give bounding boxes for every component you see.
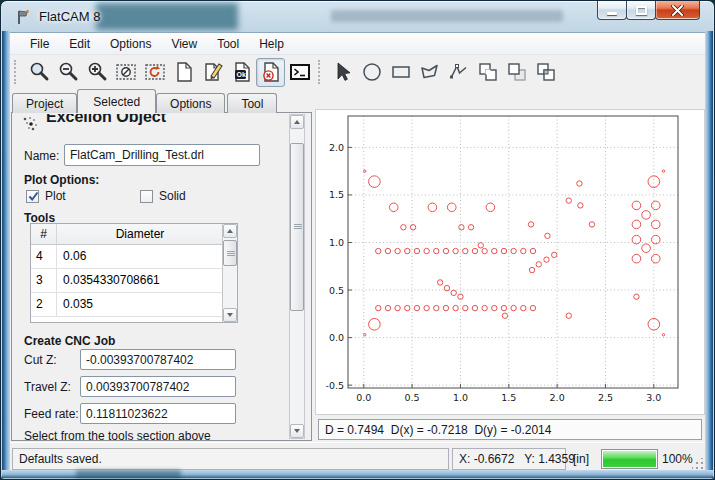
- toolbar-group: Ok: [10, 55, 314, 89]
- status-bar: Defaults saved. X: -0.6672 Y: 1.4359 [in…: [10, 442, 707, 473]
- title-bar[interactable]: FlatCAM 8: [1, 1, 714, 32]
- scroll-down-button[interactable]: [290, 424, 304, 438]
- geo-intersect-button[interactable]: [531, 58, 560, 87]
- thumb-grip: [294, 224, 302, 225]
- panel-title: Excellon Object: [46, 114, 166, 126]
- geo-subtract-button[interactable]: [502, 58, 531, 87]
- draw-polygon-button[interactable]: [415, 58, 444, 87]
- tab-bar: ProjectSelectedOptionsTool: [12, 89, 279, 113]
- geo-subtract-icon: [506, 61, 528, 83]
- draw-rectangle-icon: [390, 61, 412, 83]
- svg-text:1.0: 1.0: [453, 392, 468, 403]
- scroll-up-button[interactable]: [290, 115, 304, 129]
- tool-diameter-cell: 0.035: [57, 293, 223, 316]
- col-number-header: #: [31, 224, 57, 244]
- resize-grip[interactable]: [692, 458, 704, 470]
- progress-fill: [603, 451, 656, 467]
- toolbar-grip[interactable]: [318, 60, 322, 84]
- geo-union-button[interactable]: [473, 58, 502, 87]
- triangle-down-icon: [227, 313, 233, 317]
- solid-checkbox[interactable]: Solid: [140, 189, 254, 203]
- replot-button[interactable]: [140, 58, 169, 87]
- ok-button[interactable]: Ok: [227, 58, 256, 87]
- geo-intersect-icon: [535, 61, 557, 83]
- scroll-down-button[interactable]: [223, 308, 237, 322]
- measurement-readout: D = 0.7494 D(x) = -0.7218 D(y) = -0.2014: [318, 419, 702, 440]
- tab-project[interactable]: Project: [12, 93, 77, 113]
- draw-polyline-button[interactable]: [444, 58, 473, 87]
- zoom-in-button[interactable]: [82, 58, 111, 87]
- clear-plot-icon: [115, 61, 137, 83]
- zoom-out-icon: [57, 61, 79, 83]
- maximize-button[interactable]: [626, 1, 656, 20]
- tab-selected[interactable]: Selected: [77, 89, 156, 113]
- scrollbar-thumb[interactable]: [290, 143, 304, 311]
- zoom-in-icon: [86, 61, 108, 83]
- flatcam-logo-icon: [14, 8, 32, 26]
- table-row[interactable]: 40.06: [31, 245, 237, 269]
- table-row[interactable]: 20.035: [31, 293, 237, 317]
- selected-object-panel: Excellon Object Name: Plot Options: Plot…: [11, 112, 312, 441]
- draw-rectangle-button[interactable]: [386, 58, 415, 87]
- menu-file[interactable]: File: [20, 34, 59, 54]
- checkbox-label: Plot: [45, 189, 66, 203]
- drill-plot[interactable]: 0.00.51.01.52.02.53.0-0.50.00.51.01.52.0: [316, 110, 704, 414]
- svg-text:Ok: Ok: [236, 71, 245, 78]
- triangle-up-icon: [227, 229, 233, 233]
- draw-circle-button[interactable]: [357, 58, 386, 87]
- toolbar-grip[interactable]: [14, 60, 18, 84]
- svg-text:2.0: 2.0: [550, 392, 565, 403]
- menu-options[interactable]: Options: [100, 34, 161, 54]
- background-bleed: [96, 3, 238, 30]
- menu-view[interactable]: View: [161, 34, 207, 54]
- menu-tool[interactable]: Tool: [207, 34, 249, 54]
- svg-text:0.0: 0.0: [356, 392, 371, 403]
- travel-z-input[interactable]: [80, 376, 236, 397]
- tab-tool[interactable]: Tool: [227, 93, 277, 113]
- panel-scrollbar[interactable]: [289, 114, 305, 439]
- close-button[interactable]: [655, 1, 700, 20]
- draw-polyline-icon: [448, 61, 470, 83]
- scroll-up-button[interactable]: [223, 224, 237, 238]
- table-row[interactable]: 30.0354330708661: [31, 269, 237, 293]
- replot-icon: [144, 61, 166, 83]
- svg-text:1.5: 1.5: [501, 392, 516, 403]
- svg-text:-0.5: -0.5: [325, 380, 344, 391]
- travel-z-label: Travel Z:: [24, 380, 71, 394]
- close-icon: [671, 5, 684, 16]
- triangle-up-icon: [294, 120, 300, 124]
- tool-diameter-cell: 0.0354330708661: [57, 269, 223, 292]
- name-label: Name:: [24, 149, 59, 163]
- plot-options-row: PlotSolid: [26, 189, 254, 203]
- ok-icon: Ok: [231, 61, 253, 83]
- delete-button[interactable]: [256, 58, 285, 87]
- zoom-out-button[interactable]: [53, 58, 82, 87]
- menu-help[interactable]: Help: [249, 34, 294, 54]
- zoom-fit-button[interactable]: [24, 58, 53, 87]
- new-file-icon: [173, 61, 195, 83]
- minimize-button[interactable]: [597, 1, 627, 20]
- window-border-left: [2, 31, 10, 478]
- tools-table-scrollbar[interactable]: [222, 224, 237, 322]
- scrollbar-thumb[interactable]: [223, 240, 237, 266]
- tools-table[interactable]: # Diameter 40.0630.035433070866120.035: [30, 223, 238, 323]
- clear-plot-button[interactable]: [111, 58, 140, 87]
- plot-options-label: Plot Options:: [24, 173, 99, 187]
- plot-panel[interactable]: 0.00.51.01.52.02.53.0-0.50.00.51.01.52.0: [315, 109, 705, 415]
- tab-options[interactable]: Options: [156, 93, 225, 113]
- status-message: Defaults saved.: [12, 448, 449, 470]
- menu-edit[interactable]: Edit: [59, 34, 100, 54]
- feed-rate-label: Feed rate:: [24, 407, 79, 421]
- svg-text:2.0: 2.0: [329, 142, 344, 153]
- select-button[interactable]: [328, 58, 357, 87]
- plot-checkbox[interactable]: Plot: [26, 189, 140, 203]
- name-input[interactable]: [64, 144, 260, 166]
- checkbox-checked-icon: [26, 190, 39, 203]
- feed-rate-input[interactable]: [80, 403, 236, 424]
- new-file-button[interactable]: [169, 58, 198, 87]
- edit-button[interactable]: [198, 58, 227, 87]
- cut-z-input[interactable]: [80, 349, 236, 370]
- cut-z-label: Cut Z:: [24, 353, 57, 367]
- terminal-button[interactable]: [285, 58, 314, 87]
- checkbox-label: Solid: [159, 189, 186, 203]
